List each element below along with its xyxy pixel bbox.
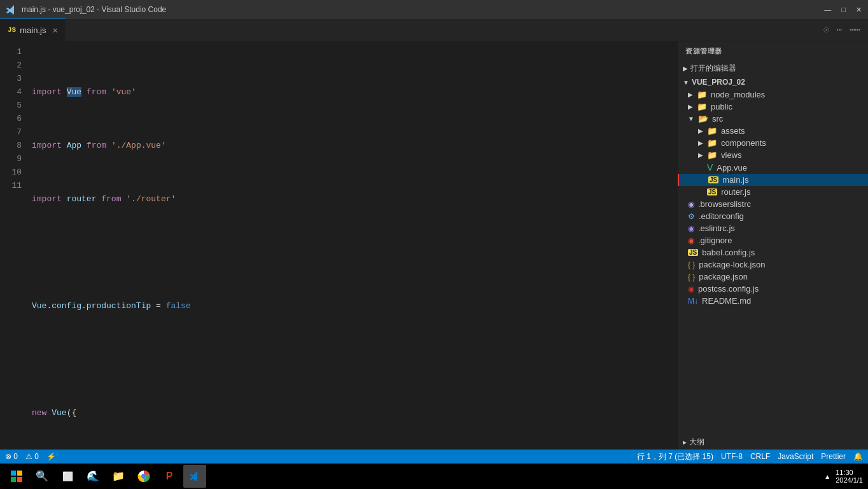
sidebar-item-src[interactable]: 📂 src — [678, 113, 868, 125]
git-file-icon: ◉ — [688, 236, 694, 245]
js-file-icon: JS — [708, 176, 718, 183]
status-language[interactable]: JavaScript — [778, 452, 813, 461]
sidebar-item-main-js[interactable]: JS main.js — [678, 174, 868, 186]
code-line-6 — [32, 353, 677, 366]
folder-open-icon: 📂 — [698, 114, 708, 124]
start-button[interactable] — [5, 465, 28, 488]
tab-close-button[interactable]: ✕ — [52, 25, 57, 36]
sidebar-item-router-js[interactable]: JS router.js — [678, 186, 868, 198]
line-num-11: 11 — [0, 179, 22, 192]
status-line-ending[interactable]: CRLF — [750, 452, 770, 461]
chrome-icon — [137, 470, 150, 483]
outline-header[interactable]: 大纲 — [678, 435, 868, 450]
browser-file-icon: ◉ — [688, 200, 694, 209]
sidebar-item-postcss-config[interactable]: ◉ postcss.config.js — [678, 283, 868, 295]
ppt-icon: P — [166, 471, 173, 482]
open-editors-header[interactable]: 打开的编辑器 — [678, 61, 868, 76]
line-num-4: 4 — [0, 85, 22, 99]
line-num-9: 9 — [0, 152, 22, 166]
outline-label: 大纲 — [689, 437, 704, 448]
status-position[interactable]: 行 1，列 7 (已选择 15) — [637, 451, 713, 462]
restore-button[interactable]: □ — [841, 6, 846, 14]
svg-point-5 — [141, 474, 146, 479]
line-num-1: 1 — [0, 45, 22, 59]
line-num-5: 5 — [0, 99, 22, 112]
json-file-icon: { } — [688, 260, 695, 269]
status-errors[interactable]: ⊗ 0 — [5, 452, 18, 461]
code-area[interactable]: 1 2 3 4 5 6 7 8 9 10 11 import Vue from … — [0, 41, 677, 450]
sidebar-item-public[interactable]: 📁 public — [678, 101, 868, 113]
search-button[interactable]: 🔍 — [31, 465, 53, 488]
sidebar-item-app-vue[interactable]: V App.vue — [678, 161, 868, 174]
tab-main-js[interactable]: JS main.js ✕ — [0, 18, 66, 41]
vscode-button[interactable] — [183, 465, 206, 488]
more-actions-button[interactable]: ⋯⋯ — [850, 24, 860, 35]
folder-icon: 📁 — [707, 126, 717, 136]
sidebar-item-assets[interactable]: 📁 assets — [678, 125, 868, 137]
code-line-5: Vue.config.productionTip = false — [32, 299, 677, 313]
folder-arrow-icon — [698, 139, 703, 146]
sidebar-header: 资源管理器 — [678, 41, 868, 61]
line-num-3: 3 — [0, 72, 22, 85]
sidebar-item-browserslistrc[interactable]: ◉ .browserslistrc — [678, 198, 868, 210]
window-title: main.js - vue_proj_02 - Visual Studio Co… — [22, 5, 166, 14]
status-formatter[interactable]: Prettier — [821, 452, 846, 461]
status-lightning[interactable]: ⚡ — [46, 452, 56, 461]
system-tray: ▲ 11:302024/1/1 — [824, 469, 863, 484]
files-button[interactable]: 📁 — [107, 465, 130, 488]
tray-up-arrow[interactable]: ▲ — [824, 473, 830, 480]
edge-button[interactable]: 🌊 — [81, 465, 104, 488]
line-num-8: 8 — [0, 139, 22, 152]
ppt-button[interactable]: P — [158, 465, 181, 488]
taskview-button[interactable]: ⬜ — [56, 465, 79, 488]
close-button[interactable]: ✕ — [856, 6, 862, 14]
title-bar: main.js - vue_proj_02 - Visual Studio Co… — [0, 0, 868, 19]
sidebar-item-node-modules[interactable]: 📁 node_modules — [678, 89, 868, 101]
sidebar-item-package-json[interactable]: { } package.json — [678, 271, 868, 283]
status-notification[interactable]: 🔔 — [853, 452, 863, 461]
svg-rect-3 — [17, 477, 22, 482]
code-line-7: new Vue({ — [32, 406, 677, 420]
sidebar-item-views[interactable]: 📁 views — [678, 149, 868, 161]
folder-arrow-icon — [698, 127, 703, 134]
sidebar-item-components[interactable]: 📁 components — [678, 137, 868, 149]
minimize-button[interactable]: — — [824, 6, 831, 14]
status-encoding[interactable]: UTF-8 — [721, 452, 743, 461]
js-file-icon: JS — [688, 249, 698, 256]
edge-icon: 🌊 — [87, 470, 99, 483]
sidebar-item-readme[interactable]: M↓ README.md — [678, 295, 868, 307]
taskbar: 🔍 ⬜ 🌊 📁 P ▲ 11:302024/1/1 — [0, 464, 868, 489]
sidebar-item-package-lock[interactable]: { } package-lock.json — [678, 259, 868, 271]
sidebar-item-gitignore[interactable]: ◉ .gitignore — [678, 234, 868, 246]
search-icon: 🔍 — [36, 470, 48, 483]
folder-icon: 📁 — [707, 150, 717, 160]
sidebar-item-babel-config[interactable]: JS babel.config.js — [678, 246, 868, 259]
svg-rect-1 — [17, 471, 22, 476]
line-numbers: 1 2 3 4 5 6 7 8 9 10 11 — [0, 45, 32, 450]
line-num-2: 2 — [0, 59, 22, 72]
line-num-7: 7 — [0, 125, 22, 139]
status-warnings[interactable]: ⚠ 0 — [25, 452, 39, 461]
json-file-icon: { } — [688, 273, 695, 281]
folder-open-arrow-icon — [688, 115, 694, 122]
eslint-file-icon: ◉ — [688, 224, 694, 233]
editor-layout-button[interactable]: ⋯ — [837, 24, 842, 35]
project-name: VUE_PROJ_02 — [692, 78, 745, 87]
project-header[interactable]: VUE_PROJ_02 — [678, 76, 868, 89]
chrome-button[interactable] — [132, 465, 155, 488]
sidebar-item-editorconfig[interactable]: ⚙ .editorconfig — [678, 210, 868, 222]
svg-rect-2 — [11, 477, 16, 482]
vscode-logo-icon — [6, 4, 17, 15]
main-area: 1 2 3 4 5 6 7 8 9 10 11 import Vue from … — [0, 41, 868, 450]
tab-bar: JS main.js ✕ ☉ ⋯ ⋯⋯ — [0, 19, 868, 41]
tab-actions: ☉ ⋯ ⋯⋯ — [823, 18, 868, 41]
code-content[interactable]: import Vue from 'vue' import App from '.… — [32, 45, 677, 450]
sidebar-item-eslintrc[interactable]: ◉ .eslintrc.js — [678, 222, 868, 234]
folder-icon: 📁 — [707, 138, 717, 148]
editor[interactable]: 1 2 3 4 5 6 7 8 9 10 11 import Vue from … — [0, 41, 677, 450]
open-editors-label: 打开的编辑器 — [690, 63, 736, 74]
split-editor-button[interactable]: ☉ — [823, 24, 829, 35]
line-num-10: 10 — [0, 166, 22, 179]
outline-section: 大纲 — [678, 435, 868, 450]
project-arrow — [683, 79, 689, 86]
